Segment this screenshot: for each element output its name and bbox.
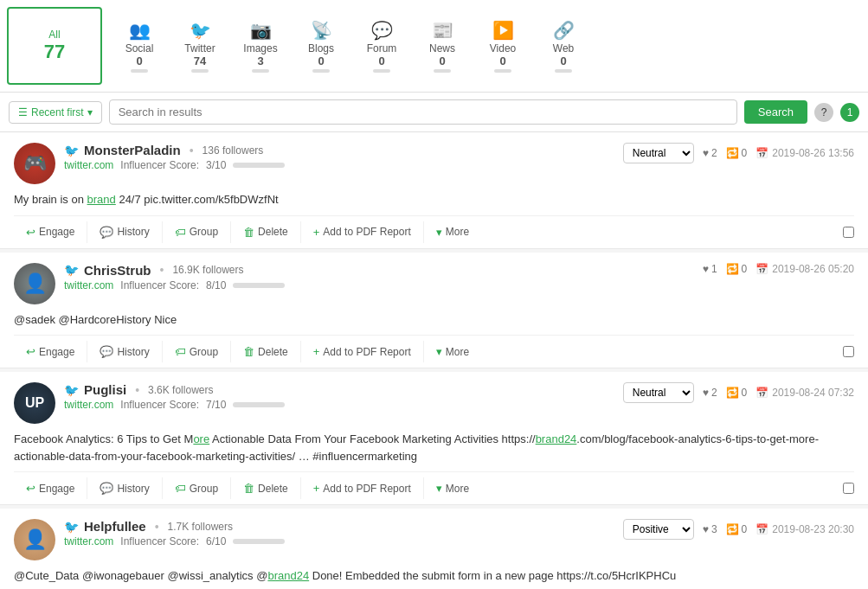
tab-blogs[interactable]: 📡 Blogs 0: [291, 13, 351, 80]
tab-all-label: All: [48, 29, 60, 41]
tab-video-label: Video: [490, 42, 516, 54]
sentiment-select-1[interactable]: Neutral Positive Negative: [623, 143, 694, 163]
card-checkbox-3[interactable]: [843, 483, 854, 494]
timestamp-1: 📅 2019-08-26 13:56: [755, 147, 854, 159]
delete-icon-3: 🗑: [243, 482, 254, 495]
card-right-3: Neutral Positive Negative ♥ 2 🔁 0 📅: [623, 382, 854, 403]
retweet-icon-4: 🔁: [726, 523, 739, 535]
tab-video[interactable]: ▶️ Video 0: [473, 13, 533, 80]
source-link-4[interactable]: twitter.com: [64, 535, 113, 547]
tab-news-count: 0: [439, 54, 445, 67]
help-badge[interactable]: ?: [814, 103, 833, 122]
add-pdf-label-3: Add to PDF Report: [323, 483, 410, 495]
history-btn-1[interactable]: 💬 History: [87, 221, 162, 243]
tab-forum[interactable]: 💬 Forum 0: [351, 13, 412, 80]
sort-chevron-icon: ▾: [87, 106, 93, 118]
source-link-2[interactable]: twitter.com: [64, 279, 113, 291]
blogs-icon: 📡: [311, 20, 332, 41]
followers-4: 1.7K followers: [168, 521, 233, 533]
tab-web[interactable]: 🔗 Web 0: [533, 13, 594, 80]
add-pdf-btn-3[interactable]: + Add to PDF Report: [301, 477, 424, 499]
history-btn-2[interactable]: 💬 History: [87, 341, 162, 362]
engage-label-3: Engage: [39, 483, 74, 495]
tab-images-count: 3: [257, 54, 263, 67]
timestamp-text-4: 2019-08-23 20:30: [772, 523, 854, 535]
username-4: Helpfullee: [84, 519, 146, 534]
web-icon: 🔗: [553, 20, 575, 41]
tab-twitter-count: 74: [194, 54, 206, 67]
user-name-row-2: 🐦 ChrisStrub • 16.9K followers: [64, 263, 285, 278]
source-link-3[interactable]: twitter.com: [64, 399, 113, 411]
pdf-icon-1: +: [313, 226, 320, 239]
timestamp-4: 📅 2019-08-23 20:30: [755, 523, 854, 535]
more-btn-2[interactable]: ▾ More: [424, 341, 481, 362]
group-label-2: Group: [190, 346, 218, 358]
avatar-4: 👤: [14, 519, 55, 560]
group-btn-1[interactable]: 🏷 Group: [163, 221, 231, 243]
user-info-4: 🐦 Helpfullee • 1.7K followers twitter.co…: [64, 519, 285, 547]
likes-3: ♥ 2: [703, 387, 717, 399]
search-input[interactable]: [109, 99, 737, 125]
retweets-4: 🔁 0: [726, 523, 748, 535]
separator-4: •: [155, 520, 159, 534]
tab-web-bar: [555, 69, 572, 73]
user-name-row-1: 🐦 MonsterPaladin • 136 followers: [64, 143, 285, 157]
brand-link-4[interactable]: brand24: [267, 569, 309, 582]
followers-2: 16.9K followers: [172, 264, 243, 276]
tab-twitter[interactable]: 🐦 Twitter 74: [170, 13, 230, 80]
history-icon-2: 💬: [100, 345, 113, 358]
tab-web-count: 0: [560, 54, 566, 67]
brand-link-3b[interactable]: brand24: [536, 432, 577, 445]
likes-2: ♥ 1: [703, 263, 717, 275]
tab-social[interactable]: 👥 Social 0: [109, 13, 170, 80]
card-checkbox-2[interactable]: [843, 346, 854, 357]
sort-button[interactable]: ☰ Recent first ▾: [9, 101, 102, 124]
video-icon: ▶️: [492, 20, 514, 41]
more-btn-3[interactable]: ▾ More: [424, 477, 481, 499]
tab-news[interactable]: 📰 News 0: [412, 13, 473, 80]
history-label-2: History: [117, 346, 149, 358]
source-link-1[interactable]: twitter.com: [64, 159, 113, 171]
pdf-icon-3: +: [313, 482, 320, 495]
tab-video-bar: [494, 69, 511, 73]
separator-1: •: [190, 144, 194, 157]
twitter-bird-icon-4: 🐦: [64, 520, 79, 534]
tab-all-count: 77: [44, 41, 65, 63]
history-btn-3[interactable]: 💬 History: [87, 477, 162, 499]
brand-link-3[interactable]: ore: [193, 432, 209, 445]
group-btn-2[interactable]: 🏷 Group: [163, 341, 231, 362]
retweet-icon-1: 🔁: [726, 147, 739, 159]
retweets-count-4: 0: [742, 523, 748, 535]
delete-btn-1[interactable]: 🗑 Delete: [231, 221, 301, 243]
delete-btn-3[interactable]: 🗑 Delete: [231, 477, 301, 499]
group-icon-2: 🏷: [175, 345, 186, 358]
post-card-4: 👤 🐦 Helpfullee • 1.7K followers twitter.…: [0, 509, 868, 589]
engage-btn-3[interactable]: ↩ Engage: [14, 477, 87, 499]
engage-btn-2[interactable]: ↩ Engage: [14, 341, 87, 362]
add-pdf-label-2: Add to PDF Report: [323, 346, 410, 358]
username-1: MonsterPaladin: [84, 143, 181, 157]
history-label-3: History: [117, 483, 149, 495]
post-card-2: 👤 🐦 ChrisStrub • 16.9K followers twitter…: [0, 253, 868, 369]
brand-link-1[interactable]: brand: [87, 193, 116, 206]
more-label-3: More: [446, 483, 469, 495]
sentiment-select-4[interactable]: Neutral Positive Negative: [623, 519, 694, 540]
more-btn-1[interactable]: ▾ More: [424, 221, 481, 243]
tab-images[interactable]: 📷 Images 3: [230, 13, 291, 80]
more-icon-2: ▾: [436, 345, 442, 358]
delete-btn-2[interactable]: 🗑 Delete: [231, 341, 301, 362]
heart-icon-2: ♥: [703, 263, 709, 275]
card-checkbox-1[interactable]: [843, 227, 854, 238]
add-pdf-btn-2[interactable]: + Add to PDF Report: [301, 341, 424, 362]
add-pdf-btn-1[interactable]: + Add to PDF Report: [301, 221, 424, 243]
tab-all[interactable]: All 77: [7, 7, 102, 85]
engage-btn-1[interactable]: ↩ Engage: [14, 221, 87, 243]
engage-icon-2: ↩: [26, 345, 35, 358]
group-btn-3[interactable]: 🏷 Group: [163, 477, 231, 499]
sentiment-select-3[interactable]: Neutral Positive Negative: [623, 382, 694, 403]
tab-video-count: 0: [499, 54, 505, 67]
search-button[interactable]: Search: [744, 100, 807, 124]
heart-icon-4: ♥: [703, 523, 709, 535]
group-label-3: Group: [190, 483, 218, 495]
notification-badge[interactable]: 1: [840, 103, 859, 122]
